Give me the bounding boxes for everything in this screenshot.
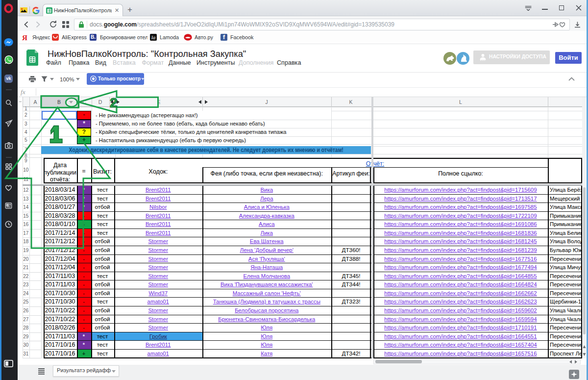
svg-text:2: 2: [110, 95, 118, 110]
